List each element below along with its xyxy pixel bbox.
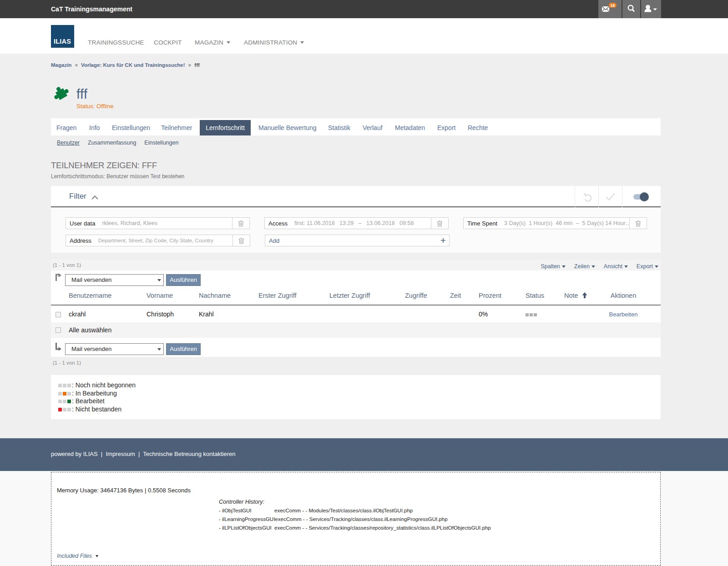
svg-text:16: 16 — [610, 3, 615, 8]
